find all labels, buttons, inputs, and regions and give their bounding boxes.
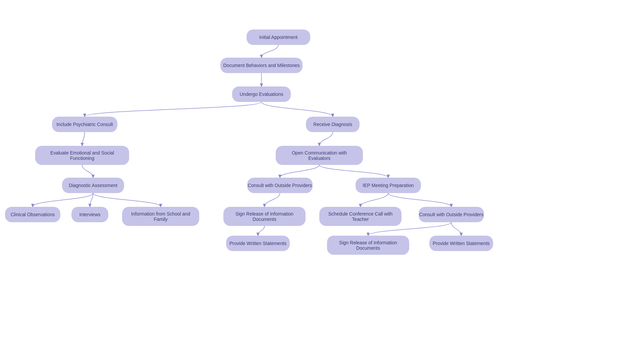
info-school-family: Information from School and Family [122,207,199,226]
clinical-observations: Clinical Observations [5,207,60,222]
diagram-container: Initial AppointmentDocument Behaviors an… [0,0,644,362]
provide-written-1: Provide Written Statements [226,236,290,251]
document-behaviors: Document Behaviors and Milestones [220,58,303,73]
schedule-conference: Schedule Conference Call with Teacher [319,207,401,226]
provide-written-2: Provide Written Statements [429,236,493,251]
consult-outside-1: Consult with Outside Providers [247,178,313,193]
consult-outside-2: Consult with Outside Providers [419,207,484,222]
iep-meeting: IEP Meeting Preparation [356,178,421,193]
sign-release-2: Sign Release of Information Documents [327,236,409,255]
undergo-evaluations: Undergo Evaluations [232,86,291,102]
initial-appointment: Initial Appointment [247,29,310,45]
diagnostic-assessment: Diagnostic Assessment [62,178,124,193]
open-communication: Open Communication with Evaluators [276,146,363,165]
evaluate-emotional: Evaluate Emotional and Social Functionin… [35,146,129,165]
sign-release-1: Sign Release of Information Documents [223,207,306,226]
interviews: Interviews [71,207,108,222]
receive-diagnosis: Receive Diagnosis [306,117,360,132]
include-psychiatric: Include Psychiatric Consult [52,117,117,132]
